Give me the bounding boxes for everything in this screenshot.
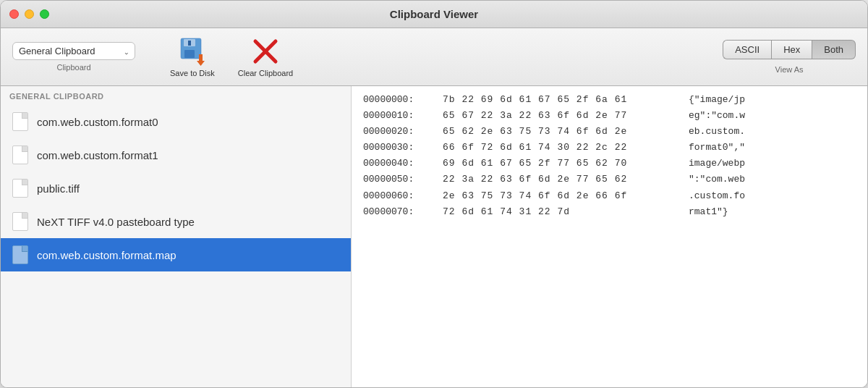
sidebar-item-label-tiff: public.tiff (37, 182, 80, 195)
sidebar-item-tiff[interactable]: public.tiff (1, 172, 351, 205)
hex-address: 00000040: (363, 156, 443, 172)
hex-line: 00000060: 2e 63 75 73 74 6f 6d 2e 66 6f … (363, 188, 856, 204)
sidebar-item-label-next: NeXT TIFF v4.0 pasteboard type (37, 216, 195, 228)
save-to-disk-label: Save to Disk (170, 69, 215, 77)
main-window: Clipboard Viewer General Clipboard Clipb… (0, 0, 868, 388)
hex-ascii: eg":"com.w (689, 108, 745, 124)
hex-ascii: eb.custom. (689, 124, 745, 140)
hex-ascii: {"image/jp (689, 92, 745, 108)
hex-line: 00000030: 66 6f 72 6d 61 74 30 22 2c 22 … (363, 140, 856, 156)
hex-bytes: 69 6d 61 67 65 2f 77 65 62 70 (443, 156, 689, 172)
file-icon-next (12, 212, 28, 231)
hex-ascii: image/webp (689, 156, 745, 172)
sidebar-header: GENERAL CLIPBOARD (1, 86, 351, 105)
hex-bytes: 66 6f 72 6d 61 74 30 22 2c 22 (443, 140, 689, 156)
sidebar-item-formatmap[interactable]: com.web.custom.format.map (1, 238, 351, 271)
hex-line: 00000040: 69 6d 61 67 65 2f 77 65 62 70 … (363, 156, 856, 172)
file-icon-format0 (12, 112, 28, 131)
hex-bytes: 65 67 22 3a 22 63 6f 6d 2e 77 (443, 108, 689, 124)
hex-address: 00000060: (363, 188, 443, 204)
hex-address: 00000020: (363, 124, 443, 140)
file-icon-tiff (12, 179, 28, 198)
window-title: Clipboard Viewer (390, 8, 478, 20)
sidebar-item-format1[interactable]: com.web.custom.format1 (1, 138, 351, 172)
toolbar-actions: Save to Disk Clear Clipboard (170, 37, 293, 77)
clear-clipboard-label: Clear Clipboard (238, 69, 293, 77)
clear-icon (251, 37, 280, 66)
hex-line: 00000010: 65 67 22 3a 22 63 6f 6d 2e 77 … (363, 108, 856, 124)
view-as-section: ASCII Hex Both View As (723, 28, 856, 85)
clipboard-dropdown[interactable]: General Clipboard (12, 42, 135, 60)
clipboard-section: General Clipboard Clipboard (12, 42, 135, 72)
sidebar-item-format0[interactable]: com.web.custom.format0 (1, 105, 351, 138)
hex-ascii: format0"," (689, 140, 745, 156)
hex-address: 00000070: (363, 204, 443, 220)
file-icon-format1 (12, 146, 28, 164)
hex-line: 00000020: 65 62 2e 63 75 73 74 6f 6d 2e … (363, 124, 856, 140)
maximize-button[interactable] (40, 9, 49, 19)
hex-ascii: rmat1"} (689, 204, 728, 220)
minimize-button[interactable] (25, 9, 34, 19)
hex-bytes: 7b 22 69 6d 61 67 65 2f 6a 61 (443, 92, 689, 108)
hex-bytes: 72 6d 61 74 31 22 7d (443, 204, 689, 220)
hex-viewer: 00000000: 7b 22 69 6d 61 67 65 2f 6a 61 … (352, 86, 867, 387)
title-bar: Clipboard Viewer (1, 1, 867, 28)
hex-bytes: 2e 63 75 73 74 6f 6d 2e 66 6f (443, 188, 689, 204)
svg-rect-4 (199, 54, 203, 61)
svg-marker-5 (197, 61, 205, 66)
save-icon-area (178, 37, 207, 66)
sidebar: GENERAL CLIPBOARD com.web.custom.format0… (1, 86, 352, 387)
traffic-lights (9, 9, 49, 19)
toolbar: General Clipboard Clipboard (1, 28, 867, 86)
save-to-disk-button[interactable]: Save to Disk (170, 37, 215, 77)
hex-bytes: 22 3a 22 63 6f 6d 2e 77 65 62 (443, 172, 689, 187)
hex-address: 00000010: (363, 108, 443, 124)
sidebar-item-label-format0: com.web.custom.format0 (37, 116, 158, 128)
hex-address: 00000000: (363, 92, 443, 108)
hex-address: 00000030: (363, 140, 443, 156)
hex-bytes: 65 62 2e 63 75 73 74 6f 6d 2e (443, 124, 689, 140)
sidebar-item-next[interactable]: NeXT TIFF v4.0 pasteboard type (1, 205, 351, 238)
svg-rect-2 (188, 41, 191, 46)
hex-line: 00000070: 72 6d 61 74 31 22 7d rmat1"} (363, 204, 856, 220)
hex-line: 00000000: 7b 22 69 6d 61 67 65 2f 6a 61 … (363, 92, 856, 108)
view-as-buttons: ASCII Hex Both (723, 40, 856, 59)
clipboard-label: Clipboard (56, 63, 90, 72)
clear-clipboard-button[interactable]: Clear Clipboard (238, 37, 293, 77)
file-icon-formatmap (12, 245, 28, 264)
view-hex-button[interactable]: Hex (771, 40, 812, 59)
clear-icon-area (251, 37, 280, 66)
view-ascii-button[interactable]: ASCII (723, 40, 771, 59)
sidebar-item-label-formatmap: com.web.custom.format.map (37, 249, 176, 261)
hex-ascii: .custom.fo (689, 188, 745, 204)
view-both-button[interactable]: Both (812, 40, 856, 59)
save-icon (178, 37, 207, 66)
clipboard-select-wrapper[interactable]: General Clipboard (12, 42, 135, 60)
hex-ascii: ":"com.web (689, 172, 745, 187)
sidebar-item-label-format1: com.web.custom.format1 (37, 149, 158, 161)
close-button[interactable] (9, 9, 19, 19)
hex-line: 00000050: 22 3a 22 63 6f 6d 2e 77 65 62 … (363, 172, 856, 187)
hex-address: 00000050: (363, 172, 443, 187)
svg-rect-3 (184, 50, 195, 58)
view-as-label: View As (775, 65, 804, 74)
content-area: GENERAL CLIPBOARD com.web.custom.format0… (1, 86, 867, 387)
